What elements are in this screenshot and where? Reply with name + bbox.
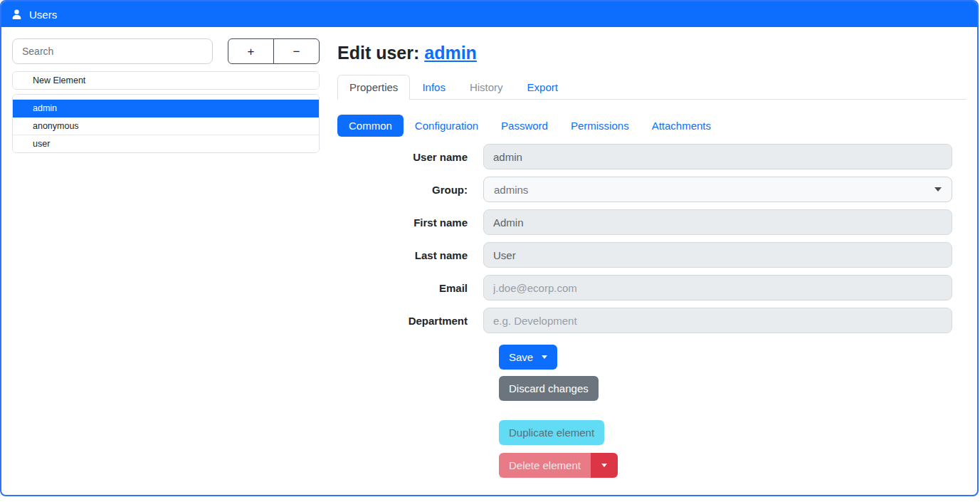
subtab-configuration[interactable]: Configuration xyxy=(404,115,490,137)
app-body: + − New Element admin anonymous user Edi… xyxy=(1,27,977,495)
duplicate-element-button: Duplicate element xyxy=(499,420,604,445)
app-title: Users xyxy=(29,9,57,21)
list-item-admin[interactable]: admin xyxy=(13,100,319,117)
form-row: First name xyxy=(337,209,966,235)
delete-dropdown-toggle[interactable] xyxy=(591,453,618,478)
chevron-down-icon xyxy=(601,464,607,467)
form-row: Group: admins xyxy=(337,177,966,202)
email-field[interactable] xyxy=(483,275,952,300)
sidebar-toolbar: + − xyxy=(12,38,320,64)
save-button-label: Save xyxy=(509,351,533,363)
app-header: Users xyxy=(1,1,977,27)
remove-element-button[interactable]: − xyxy=(273,38,320,64)
chevron-down-icon xyxy=(542,355,547,359)
form-row: Email xyxy=(337,275,966,300)
discard-changes-button[interactable]: Discard changes xyxy=(499,376,599,401)
list-buttons: + − xyxy=(228,38,320,64)
subtab-password[interactable]: Password xyxy=(490,115,559,137)
firstname-field xyxy=(483,209,952,235)
form-row: Last name xyxy=(337,242,966,268)
edited-user-link[interactable]: admin xyxy=(424,43,477,63)
tab-history: History xyxy=(458,75,515,100)
department-label: Department xyxy=(337,315,483,327)
search-input[interactable] xyxy=(12,38,213,64)
tab-infos[interactable]: Infos xyxy=(410,75,458,100)
list-item-empty xyxy=(13,95,319,100)
page-title: Edit user: admin xyxy=(337,43,966,63)
lastname-label: Last name xyxy=(337,249,483,261)
tab-properties[interactable]: Properties xyxy=(337,75,410,100)
sidebar: + − New Element admin anonymous user xyxy=(12,38,320,495)
firstname-label: First name xyxy=(337,216,483,229)
group-label: Group: xyxy=(337,184,483,196)
users-window: Users + − New Element admin anonymous us… xyxy=(0,0,979,496)
tab-bar: Properties Infos History Export xyxy=(337,75,966,100)
lastname-field xyxy=(483,242,952,268)
person-icon xyxy=(11,9,23,21)
delete-split-button: Delete element xyxy=(499,453,618,478)
chevron-down-icon xyxy=(934,187,942,192)
delete-element-button: Delete element xyxy=(499,453,591,478)
username-field xyxy=(483,144,952,169)
new-element-list: New Element xyxy=(12,71,320,90)
user-list: admin anonymous user xyxy=(12,94,320,153)
main-panel: Edit user: admin Properties Infos Histor… xyxy=(329,38,966,495)
group-select[interactable]: admins xyxy=(483,177,952,202)
save-button[interactable]: Save xyxy=(499,345,557,370)
username-label: User name xyxy=(337,151,483,163)
form-row: Department xyxy=(337,308,966,333)
list-item-anonymous[interactable]: anonymous xyxy=(13,117,319,135)
form-actions: Save Discard changes Duplicate element D… xyxy=(499,340,966,478)
subtab-common[interactable]: Common xyxy=(337,115,404,137)
subtab-bar: Common Configuration Password Permission… xyxy=(337,115,966,137)
user-form: User name Group: admins First name Last … xyxy=(337,144,966,478)
form-row: User name xyxy=(337,144,966,169)
group-select-value: admins xyxy=(494,184,528,196)
tab-export[interactable]: Export xyxy=(515,75,570,100)
subtab-attachments[interactable]: Attachments xyxy=(641,115,722,137)
list-item-new-element[interactable]: New Element xyxy=(13,72,319,89)
list-item-user[interactable]: user xyxy=(13,135,319,152)
department-field[interactable] xyxy=(483,308,952,333)
email-label: Email xyxy=(337,282,483,294)
subtab-permissions[interactable]: Permissions xyxy=(559,115,641,137)
page-title-prefix: Edit user: xyxy=(337,43,424,63)
add-element-button[interactable]: + xyxy=(228,38,274,64)
